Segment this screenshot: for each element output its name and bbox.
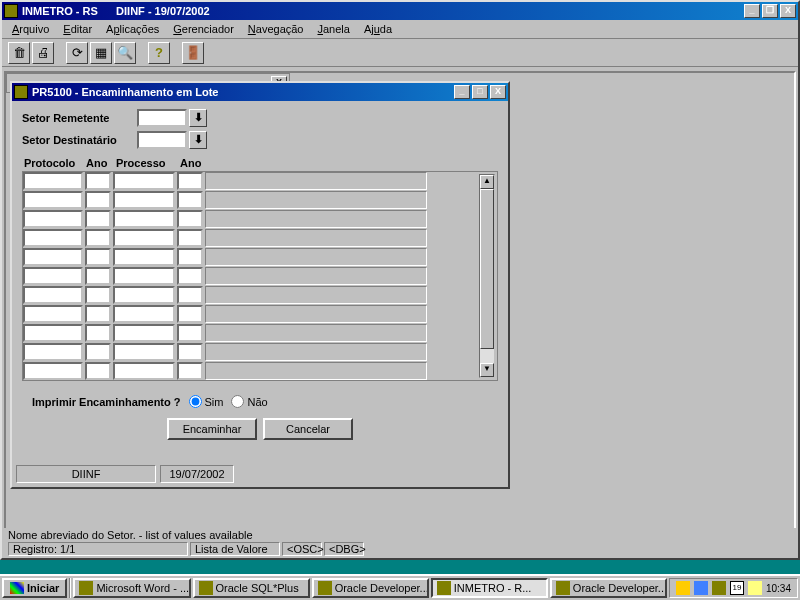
print-icon[interactable]: 🖨: [32, 42, 54, 64]
form-minimize-button[interactable]: _: [454, 85, 470, 99]
scroll-up-icon[interactable]: ▲: [480, 175, 494, 189]
form-close-button[interactable]: X: [490, 85, 506, 99]
ano2-input[interactable]: [177, 210, 203, 228]
radio-sim[interactable]: Sim: [189, 395, 224, 408]
menu-editar[interactable]: Editar: [57, 21, 98, 37]
ano-input[interactable]: [85, 343, 111, 361]
ano-input[interactable]: [85, 267, 111, 285]
menubar: Arquivo Editar Aplicações Gerenciador Na…: [2, 20, 798, 39]
setor-remetente-lov-button[interactable]: ⬇: [189, 109, 207, 127]
trash-icon[interactable]: 🗑: [8, 42, 30, 64]
setor-destinatario-label: Setor Destinatário: [22, 134, 137, 146]
mdi-workspace: X PR5100 - Encaminhamento em Lote _ □ X …: [4, 71, 796, 531]
protocolo-input[interactable]: [23, 343, 83, 361]
menu-aplicacoes[interactable]: Aplicações: [100, 21, 165, 37]
ano2-input[interactable]: [177, 343, 203, 361]
status-setor: DIINF: [16, 465, 156, 483]
processo-input[interactable]: [113, 229, 175, 247]
processo-input[interactable]: [113, 324, 175, 342]
processo-input[interactable]: [113, 210, 175, 228]
menu-navegacao[interactable]: Navegação: [242, 21, 310, 37]
ano-input[interactable]: [85, 210, 111, 228]
windows-flag-icon: [10, 582, 24, 594]
ano2-input[interactable]: [177, 305, 203, 323]
protocolo-input[interactable]: [23, 267, 83, 285]
form-titlebar: PR5100 - Encaminhamento em Lote _ □ X: [12, 83, 508, 101]
ano2-input[interactable]: [177, 248, 203, 266]
processo-input[interactable]: [113, 172, 175, 190]
ano-input[interactable]: [85, 362, 111, 380]
table-row: [23, 172, 497, 191]
encaminhar-button[interactable]: Encaminhar: [167, 418, 257, 440]
tray-calendar-icon[interactable]: 19: [730, 581, 744, 595]
scroll-down-icon[interactable]: ▼: [480, 363, 494, 377]
maximize-button[interactable]: ❐: [762, 4, 778, 18]
search-icon[interactable]: 🔍: [114, 42, 136, 64]
tray-icon[interactable]: [712, 581, 726, 595]
task-icon: [79, 581, 93, 595]
ano2-input[interactable]: [177, 286, 203, 304]
protocolo-input[interactable]: [23, 248, 83, 266]
processo-input[interactable]: [113, 191, 175, 209]
exit-icon[interactable]: 🚪: [182, 42, 204, 64]
status-hint: Nome abreviado do Setor. - list of value…: [4, 528, 796, 542]
taskbar-task[interactable]: Oracle Developer...: [550, 578, 667, 598]
protocolo-input[interactable]: [23, 229, 83, 247]
processo-input[interactable]: [113, 305, 175, 323]
app-icon: [4, 4, 18, 18]
protocolo-input[interactable]: [23, 210, 83, 228]
ano-input[interactable]: [85, 305, 111, 323]
menu-ajuda[interactable]: Ajuda: [358, 21, 398, 37]
scroll-thumb[interactable]: [480, 189, 494, 349]
setor-destinatario-input[interactable]: [137, 131, 187, 149]
help-icon[interactable]: ?: [148, 42, 170, 64]
processo-input[interactable]: [113, 286, 175, 304]
status-registro: Registro: 1/1: [8, 542, 188, 556]
ano2-input[interactable]: [177, 267, 203, 285]
radio-nao[interactable]: Não: [231, 395, 267, 408]
close-button[interactable]: X: [780, 4, 796, 18]
ano-input[interactable]: [85, 324, 111, 342]
protocolo-input[interactable]: [23, 286, 83, 304]
setor-destinatario-lov-button[interactable]: ⬇: [189, 131, 207, 149]
cancelar-button[interactable]: Cancelar: [263, 418, 353, 440]
taskbar-task[interactable]: Oracle Developer...: [312, 578, 429, 598]
tray-icon[interactable]: [694, 581, 708, 595]
tray-volume-icon[interactable]: [748, 581, 762, 595]
protocolo-input[interactable]: [23, 324, 83, 342]
ano-input[interactable]: [85, 286, 111, 304]
toolbar: 🗑 🖨 ⟳ ▦ 🔍 ? 🚪: [2, 39, 798, 67]
protocolo-input[interactable]: [23, 191, 83, 209]
ano2-input[interactable]: [177, 362, 203, 380]
taskbar-task[interactable]: Oracle SQL*Plus: [193, 578, 310, 598]
grid-icon[interactable]: ▦: [90, 42, 112, 64]
ano-input[interactable]: [85, 248, 111, 266]
protocolo-input[interactable]: [23, 172, 83, 190]
ano2-input[interactable]: [177, 172, 203, 190]
menu-janela[interactable]: Janela: [312, 21, 356, 37]
minimize-button[interactable]: _: [744, 4, 760, 18]
ano-input[interactable]: [85, 172, 111, 190]
form-maximize-button[interactable]: □: [472, 85, 488, 99]
grid-scrollbar[interactable]: ▲ ▼: [479, 174, 495, 378]
ano2-input[interactable]: [177, 324, 203, 342]
processo-input[interactable]: [113, 362, 175, 380]
menu-arquivo[interactable]: Arquivo: [6, 21, 55, 37]
protocolo-input[interactable]: [23, 362, 83, 380]
form-title: PR5100 - Encaminhamento em Lote: [32, 86, 454, 98]
taskbar-task[interactable]: INMETRO - R...: [431, 578, 548, 598]
processo-input[interactable]: [113, 343, 175, 361]
refresh-icon[interactable]: ⟳: [66, 42, 88, 64]
tray-icon[interactable]: [676, 581, 690, 595]
taskbar-task[interactable]: Microsoft Word - ...: [73, 578, 190, 598]
ano2-input[interactable]: [177, 191, 203, 209]
start-button[interactable]: Iniciar: [2, 578, 67, 598]
ano-input[interactable]: [85, 229, 111, 247]
protocolo-input[interactable]: [23, 305, 83, 323]
ano-input[interactable]: [85, 191, 111, 209]
processo-input[interactable]: [113, 248, 175, 266]
ano2-input[interactable]: [177, 229, 203, 247]
processo-input[interactable]: [113, 267, 175, 285]
menu-gerenciador[interactable]: Gerenciador: [167, 21, 240, 37]
setor-remetente-input[interactable]: [137, 109, 187, 127]
